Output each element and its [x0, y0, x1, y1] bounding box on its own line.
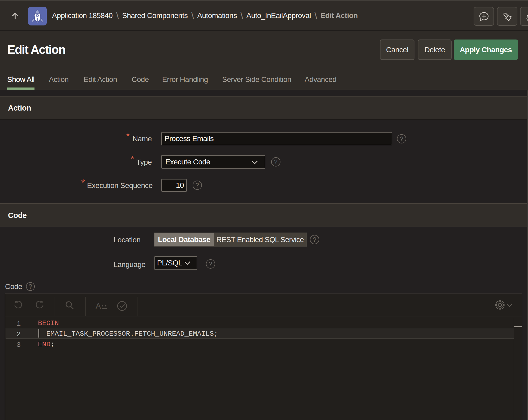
svg-text:A: A — [96, 301, 101, 311]
